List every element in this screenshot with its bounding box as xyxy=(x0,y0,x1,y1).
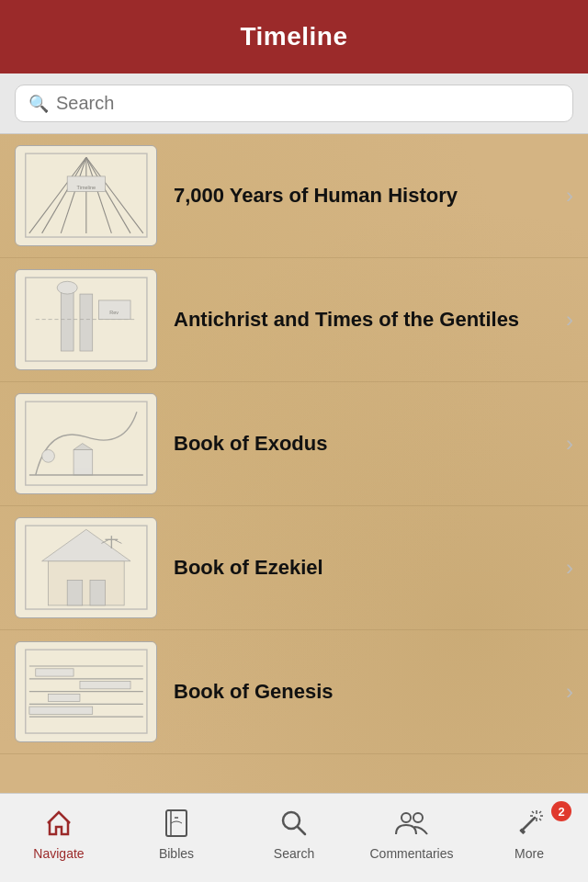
svg-line-60 xyxy=(539,819,541,820)
tab-bar: Navigate Bibles Search xyxy=(0,793,588,882)
house-icon xyxy=(44,808,74,842)
tab-bibles-label: Bibles xyxy=(159,846,194,861)
magnifier-icon xyxy=(279,808,309,842)
item-5-thumbnail xyxy=(15,641,157,742)
page-title: Timeline xyxy=(240,22,347,51)
svg-line-57 xyxy=(532,811,534,813)
svg-point-50 xyxy=(413,813,423,822)
svg-rect-42 xyxy=(80,682,130,689)
search-bar-container: 🔍 xyxy=(0,74,588,134)
tab-search-label: Search xyxy=(274,846,314,861)
tab-bibles[interactable]: Bibles xyxy=(118,794,235,882)
tab-commentaries-label: Commentaries xyxy=(369,846,453,861)
item-4-thumbnail xyxy=(15,517,157,618)
svg-rect-44 xyxy=(29,707,93,715)
tab-more-label: More xyxy=(514,846,544,861)
timeline-list: Timeline 7,000 Years of Human History › … xyxy=(0,134,588,838)
search-icon: 🔍 xyxy=(28,94,49,114)
tab-commentaries[interactable]: Commentaries xyxy=(353,794,470,882)
list-item[interactable]: Book of Exodus › xyxy=(0,382,588,506)
svg-rect-28 xyxy=(67,581,83,606)
svg-point-22 xyxy=(41,450,54,463)
list-item[interactable]: Book of Ezekiel › xyxy=(0,506,588,630)
search-bar: 🔍 xyxy=(15,85,573,122)
svg-rect-26 xyxy=(48,561,124,605)
tab-navigate[interactable]: Navigate xyxy=(0,794,118,882)
book-icon xyxy=(163,808,190,842)
item-4-title: Book of Ezekiel xyxy=(157,555,566,582)
svg-rect-29 xyxy=(90,581,106,606)
svg-rect-13 xyxy=(80,294,93,351)
list-item[interactable]: Timeline 7,000 Years of Human History › xyxy=(0,134,588,258)
item-1-chevron: › xyxy=(566,183,573,209)
item-5-title: Book of Genesis xyxy=(157,679,566,706)
svg-line-48 xyxy=(298,827,305,834)
item-5-chevron: › xyxy=(566,679,573,705)
item-3-title: Book of Exodus xyxy=(157,431,566,458)
list-item[interactable]: Book of Genesis › xyxy=(0,630,588,754)
item-2-title: Antichrist and Times of the Gentiles xyxy=(157,307,566,334)
item-3-thumbnail xyxy=(15,393,157,494)
svg-rect-46 xyxy=(166,810,187,836)
app-header: Timeline xyxy=(0,0,588,74)
svg-rect-41 xyxy=(35,669,73,676)
tab-search[interactable]: Search xyxy=(235,794,353,882)
more-badge: 2 xyxy=(551,801,571,821)
item-4-chevron: › xyxy=(566,555,573,581)
people-icon xyxy=(394,808,429,842)
item-1-title: 7,000 Years of Human History xyxy=(157,183,566,209)
item-3-chevron: › xyxy=(566,431,573,457)
item-2-chevron: › xyxy=(566,307,573,333)
svg-point-49 xyxy=(401,813,411,822)
svg-rect-43 xyxy=(48,695,79,702)
svg-line-58 xyxy=(539,811,541,813)
item-2-thumbnail: Rev xyxy=(15,269,157,370)
sparkles-icon xyxy=(514,808,544,842)
svg-rect-20 xyxy=(74,450,93,476)
svg-point-14 xyxy=(57,282,77,295)
tab-more[interactable]: 2 More xyxy=(470,794,588,882)
svg-text:Rev: Rev xyxy=(109,310,119,315)
item-1-thumbnail: Timeline xyxy=(15,145,157,246)
tab-navigate-label: Navigate xyxy=(33,846,84,861)
search-input[interactable] xyxy=(56,93,560,114)
svg-text:Timeline: Timeline xyxy=(76,185,96,190)
list-item[interactable]: Rev Antichrist and Times of the Gentiles… xyxy=(0,258,588,382)
